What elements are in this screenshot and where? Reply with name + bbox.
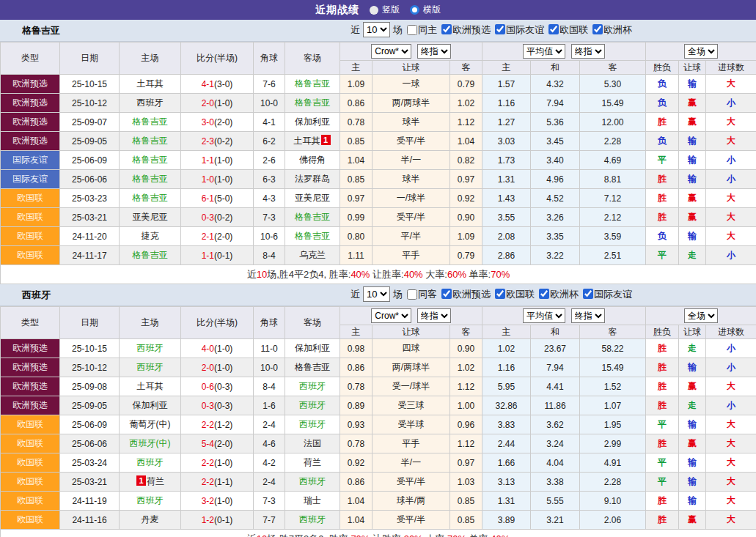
home-team-name[interactable]: 西班牙(中) [130, 438, 171, 448]
away-team-name: 荷兰 [304, 457, 321, 467]
summary-segment: 60% [447, 269, 466, 280]
home-team-name[interactable]: 格鲁吉亚 [133, 155, 168, 165]
score: 3-2(1-0) [181, 492, 254, 511]
league-filter-group: 欧洲预选国际友谊欧国联欧洲杯 [437, 23, 632, 37]
result-goals: 大 [706, 227, 756, 246]
home-team: 保加利亚 [120, 396, 181, 415]
result-wdl: 平 [646, 246, 679, 265]
home-team-name[interactable]: 西班牙 [137, 362, 164, 372]
odds-home: 0.92 [340, 453, 373, 473]
league-filter-checkbox[interactable] [583, 289, 593, 299]
sub-col-avg-home: 主 [482, 61, 531, 75]
same-venue-checkbox[interactable] [407, 289, 417, 300]
away-team-name[interactable]: 格鲁吉亚 [295, 78, 330, 89]
handicap-line: 两/两球半 [373, 94, 450, 113]
average-select[interactable]: 平均值 [523, 308, 565, 323]
home-team-name[interactable]: 西班牙 [137, 495, 164, 505]
layout-radio-horizontal[interactable]: 横版 [410, 4, 441, 16]
result-wdl: 胜 [646, 113, 679, 132]
odds-home: 0.78 [340, 377, 373, 396]
final-odds-select[interactable]: 终指 [417, 308, 451, 323]
bookmaker-select[interactable]: Crow* [371, 44, 411, 59]
result-handicap: 输 [679, 151, 706, 170]
away-team-name[interactable]: 西班牙 [299, 419, 326, 429]
away-team-name[interactable]: 西班牙 [299, 476, 326, 486]
league-filter-label: 欧洲预选 [452, 24, 491, 35]
summary-segment: 场,胜7平3负0, 胜率: [267, 533, 351, 537]
same-venue-checkbox[interactable] [407, 25, 417, 35]
away-team-name[interactable]: 格鲁吉亚 [295, 231, 330, 241]
home-team-name[interactable]: 格鲁吉亚 [133, 136, 168, 146]
league-filter-checkbox[interactable] [592, 24, 603, 34]
result-wdl: 平 [646, 473, 679, 492]
handicap-line: 受半球 [373, 415, 450, 434]
radio-unselected-icon[interactable] [370, 6, 378, 15]
final-odds-select-2[interactable]: 终指 [571, 308, 605, 323]
odds-away: 1.03 [450, 473, 482, 492]
bookmaker-select[interactable]: Crow* [371, 308, 411, 323]
summary-segment: 让胜率: [370, 269, 403, 280]
home-team-name[interactable]: 西班牙 [137, 457, 164, 467]
result-handicap: 赢 [679, 113, 706, 132]
league-filter-checkbox[interactable] [495, 289, 505, 299]
sub-col-handicap-result: 让球 [679, 325, 706, 339]
average-select[interactable]: 平均值 [523, 44, 565, 59]
away-team-name[interactable]: 西班牙 [299, 381, 326, 391]
match-count-select[interactable]: 10 [363, 22, 390, 37]
summary-segment: 大率: [423, 269, 447, 280]
match-date: 25-06-06 [60, 434, 120, 453]
away-team-name[interactable]: 格鲁吉亚 [295, 97, 330, 108]
avg-draw-odds: 3.62 [531, 415, 580, 434]
halftime-score: (1-0) [214, 344, 232, 354]
home-team-name[interactable]: 格鲁吉亚 [133, 193, 168, 203]
away-team: 佛得角 [285, 151, 340, 170]
scope-group-header: 全场 [646, 42, 756, 61]
fulltime-score: 1-1 [202, 251, 214, 261]
scope-select[interactable]: 全场 [684, 44, 718, 59]
league-filter-checkbox[interactable] [441, 289, 452, 299]
layout-radio-vertical[interactable]: 竖版 [370, 4, 400, 16]
avg-away-odds: 58.22 [580, 339, 646, 358]
away-team-name[interactable]: 西班牙 [299, 514, 326, 525]
league-filter-checkbox[interactable] [548, 24, 559, 34]
halftime-score: (0-2) [214, 136, 232, 147]
summary-segment: 场,胜4平2负4, 胜率: [267, 269, 351, 280]
result-wdl: 胜 [646, 396, 679, 415]
corner-score: 10-0 [254, 94, 285, 113]
league-filter-checkbox[interactable] [495, 24, 505, 34]
avg-away-odds: 5.30 [580, 75, 646, 94]
home-team-name[interactable]: 格鲁吉亚 [133, 250, 168, 260]
away-team-name[interactable]: 西班牙 [299, 400, 326, 410]
summary-segment: 70% [447, 533, 466, 537]
home-team-name[interactable]: 西班牙 [137, 343, 164, 353]
league-filter-checkbox[interactable] [441, 24, 452, 34]
col-score: 比分(半场) [181, 42, 254, 75]
score: 0-3(0-2) [181, 208, 254, 227]
home-team-name[interactable]: 格鲁吉亚 [133, 174, 168, 184]
home-team-name: 捷克 [142, 231, 159, 241]
corner-score: 10-0 [254, 358, 285, 377]
handicap-line: 一球 [373, 75, 450, 94]
type-badge: 欧国联 [1, 511, 60, 530]
corner-score: 2-6 [254, 151, 285, 170]
away-team-name: 保加利亚 [295, 116, 330, 127]
away-team-name[interactable]: 格鲁吉亚 [295, 212, 330, 222]
odds-away: 0.82 [450, 151, 482, 170]
odds-away: 1.12 [450, 434, 482, 453]
match-count-select[interactable]: 10 [363, 286, 390, 302]
halftime-score: (0-3) [214, 401, 232, 411]
result-wdl: 平 [646, 151, 679, 170]
final-odds-select-2[interactable]: 终指 [571, 44, 605, 59]
league-filter-checkbox[interactable] [539, 289, 549, 299]
halftime-score: (1-0) [214, 98, 232, 108]
fulltime-score: 4-1 [202, 79, 214, 89]
score: 2-2(1-0) [181, 453, 254, 473]
halftime-score: (3-0) [214, 79, 232, 89]
final-odds-select[interactable]: 终指 [417, 44, 451, 59]
home-team-name[interactable]: 格鲁吉亚 [133, 116, 168, 127]
radio-selected-icon[interactable] [410, 5, 419, 15]
scope-select[interactable]: 全场 [684, 308, 718, 323]
match-row: 欧国联25-06-06西班牙(中)5-4(2-0)4-6法国0.78平手1.12… [1, 434, 756, 453]
sub-col-home-odds: 主 [340, 325, 373, 339]
section-bar-spain: 西班牙 近 10 场 同客 欧洲预选欧国联欧洲杯国际友谊 [0, 284, 756, 306]
